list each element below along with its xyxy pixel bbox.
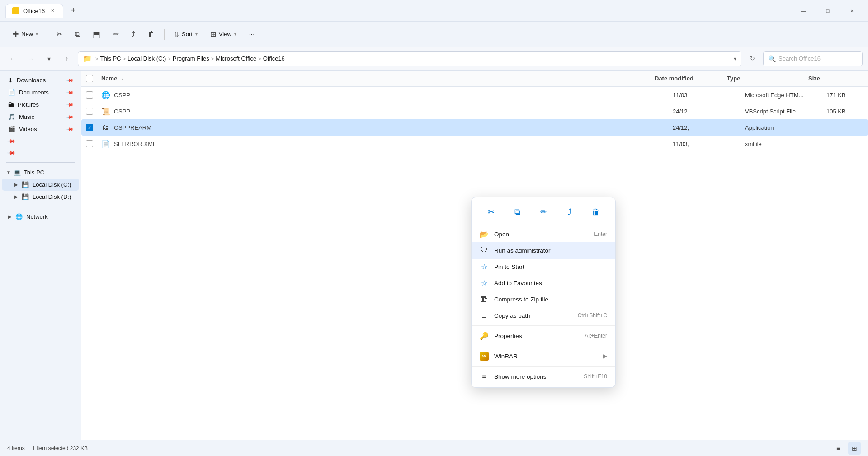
column-header-type[interactable]: Type xyxy=(723,72,805,85)
ctx-share-button[interactable]: ⤴ xyxy=(561,204,578,220)
sidebar-item-music[interactable]: 🎵 Music 📌 xyxy=(2,111,79,123)
sidebar-item-downloads[interactable]: ⬇ Downloads 📌 xyxy=(2,74,79,86)
cut-button[interactable]: ✂ xyxy=(51,26,68,42)
detail-view-button[interactable]: ⊞ xyxy=(848,442,861,455)
dropdown-history-button[interactable]: ▾ xyxy=(42,52,56,66)
breadcrumb-this-pc[interactable]: This PC xyxy=(100,55,121,62)
main-layout: ⬇ Downloads 📌 📄 Documents 📌 🏔 Pictures 📌… xyxy=(0,71,868,440)
share-button[interactable]: ⤴ xyxy=(126,26,141,42)
ctx-copy-button[interactable]: ⧉ xyxy=(509,204,525,220)
network-icon: 🌐 xyxy=(15,213,23,220)
row-checkbox-0[interactable] xyxy=(81,91,98,99)
pictures-icon: 🏔 xyxy=(8,101,14,108)
row-checkbox-2[interactable]: ✓ xyxy=(81,124,98,131)
new-button[interactable]: ✚ New ▾ xyxy=(7,26,43,42)
breadcrumb-office16[interactable]: Office16 xyxy=(263,55,285,62)
context-menu-add-to-favourites[interactable]: ☆ Add to Favourites xyxy=(472,275,615,291)
this-pc-icon: 💻 xyxy=(14,169,21,176)
add-to-favourites-label: Add to Favourites xyxy=(494,280,607,287)
row-checkbox-1[interactable] xyxy=(81,108,98,115)
sidebar-item-local-disk-d[interactable]: ▶ 💾 Local Disk (D:) xyxy=(2,191,79,203)
table-row[interactable]: 📜 OSPP 24/12 VBScript Script File 105 KB xyxy=(81,103,868,119)
up-button[interactable]: ↑ xyxy=(60,52,74,66)
breadcrumb-program-files[interactable]: Program Files xyxy=(173,55,209,62)
title-bar: Office16 × + — □ × xyxy=(0,0,868,22)
tab-title: Office16 xyxy=(23,8,45,14)
file-name-text-0: OSPP xyxy=(114,92,130,99)
column-header-name[interactable]: Name ▲ xyxy=(98,72,651,85)
compress-icon: 🗜 xyxy=(480,295,489,304)
view-button[interactable]: ⊞ View ▾ xyxy=(205,26,242,42)
context-menu-show-more[interactable]: ≡ Show more options Shift+F10 xyxy=(472,368,615,385)
downloads-icon: ⬇ xyxy=(8,77,13,84)
new-icon: ✚ xyxy=(13,30,19,38)
breadcrumb-dropdown[interactable]: ▾ xyxy=(734,56,736,62)
context-menu-compress[interactable]: 🗜 Compress to Zip file xyxy=(472,291,615,307)
winrar-logo: W xyxy=(480,352,489,361)
sort-button[interactable]: ⇅ Sort ▾ xyxy=(168,26,203,42)
file-size-3 xyxy=(823,141,868,146)
sidebar-item-documents[interactable]: 📄 Documents 📌 xyxy=(2,86,79,99)
pin-to-start-label: Pin to Start xyxy=(494,263,607,270)
ctx-delete-button[interactable]: 🗑 xyxy=(588,204,604,220)
file-icon-1: 📜 xyxy=(101,107,110,116)
checkbox-0[interactable] xyxy=(86,91,93,99)
active-tab[interactable]: Office16 × xyxy=(5,4,63,18)
sidebar-item-pin1[interactable]: 📌 xyxy=(2,135,79,147)
file-size-0: 171 KB xyxy=(823,89,868,101)
table-row[interactable]: ✓ 🗂 OSPPREARM 24/12, Application xyxy=(81,119,868,136)
context-menu-open[interactable]: 📂 Open Enter xyxy=(472,226,615,242)
sidebar-item-videos[interactable]: 🎬 Videos 📌 xyxy=(2,123,79,135)
context-menu-run-as-admin[interactable]: 🛡 Run as administrator xyxy=(472,242,615,259)
forward-button[interactable]: → xyxy=(24,52,38,66)
sidebar-item-pictures[interactable]: 🏔 Pictures 📌 xyxy=(2,99,79,111)
checkbox-3[interactable] xyxy=(86,140,93,147)
breadcrumb[interactable]: 📁 > This PC > Local Disk (C:) > Program … xyxy=(78,51,741,66)
breadcrumb-microsoft-office[interactable]: Microsoft Office xyxy=(216,55,256,62)
maximize-button[interactable]: □ xyxy=(817,4,838,18)
new-tab-button[interactable]: + xyxy=(67,5,80,17)
sidebar-section-this-pc[interactable]: ▼ 💻 This PC xyxy=(0,166,81,179)
search-box[interactable]: 🔍 Search Office16 xyxy=(763,51,863,66)
checkbox-1[interactable] xyxy=(86,108,93,115)
row-checkbox-3[interactable] xyxy=(81,140,98,147)
file-name-2: 🗂 OSPPREARM xyxy=(98,120,669,135)
more-button[interactable]: ··· xyxy=(244,26,259,42)
table-row[interactable]: 🌐 OSPP 11/03 Microsoft Edge HTM... 171 K… xyxy=(81,87,868,103)
table-row[interactable]: 📄 SLERROR.XML 11/03, xmlfile xyxy=(81,136,868,152)
context-menu-pin-to-start[interactable]: ☆ Pin to Start xyxy=(472,259,615,275)
context-menu-copy-path[interactable]: 🗒 Copy as path Ctrl+Shift+C xyxy=(472,307,615,324)
title-bar-left: Office16 × + xyxy=(5,4,80,18)
column-header-date[interactable]: Date modified xyxy=(651,72,723,85)
breadcrumb-sep-4: > xyxy=(258,56,261,61)
minimize-button[interactable]: — xyxy=(793,4,814,18)
delete-button[interactable]: 🗑 xyxy=(142,26,160,42)
ctx-rename-button[interactable]: ✏ xyxy=(535,204,552,220)
paste-button[interactable]: ⬒ xyxy=(87,26,106,42)
copy-path-shortcut: Ctrl+Shift+C xyxy=(578,312,607,319)
context-menu-properties[interactable]: 🔑 Properties Alt+Enter xyxy=(472,328,615,344)
sidebar-item-local-disk-c[interactable]: ▶ 💾 Local Disk (C:) xyxy=(2,179,79,191)
back-button[interactable]: ← xyxy=(5,52,20,66)
sidebar-item-pin2[interactable]: 📌 xyxy=(2,147,79,159)
select-all-checkbox[interactable] xyxy=(86,75,93,82)
sidebar-item-network[interactable]: ▶ 🌐 Network xyxy=(2,211,79,223)
refresh-button[interactable]: ↻ xyxy=(745,52,760,66)
copy-button[interactable]: ⧉ xyxy=(70,26,85,42)
checkbox-2[interactable]: ✓ xyxy=(86,124,93,131)
list-view-button[interactable]: ≡ xyxy=(832,442,844,455)
header-checkbox[interactable] xyxy=(81,75,98,82)
rename-button[interactable]: ✏ xyxy=(108,26,124,42)
file-name-3: 📄 SLERROR.XML xyxy=(98,136,669,151)
address-bar: ← → ▾ ↑ 📁 > This PC > Local Disk (C:) > … xyxy=(0,47,868,71)
close-window-button[interactable]: × xyxy=(842,4,863,18)
context-menu-winrar[interactable]: W WinRAR ▶ xyxy=(472,348,615,364)
file-name-0: 🌐 OSPP xyxy=(98,88,669,102)
ctx-cut-button[interactable]: ✂ xyxy=(483,204,499,220)
tab-close-button[interactable]: × xyxy=(48,7,57,15)
column-header-size[interactable]: Size xyxy=(805,72,850,85)
more-icon: ··· xyxy=(249,31,254,38)
breadcrumb-local-disk[interactable]: Local Disk (C:) xyxy=(127,55,166,62)
file-name-text-2: OSPPREARM xyxy=(114,124,151,131)
file-list[interactable]: Name ▲ Date modified Type Size 🌐 OSPP xyxy=(81,71,868,440)
